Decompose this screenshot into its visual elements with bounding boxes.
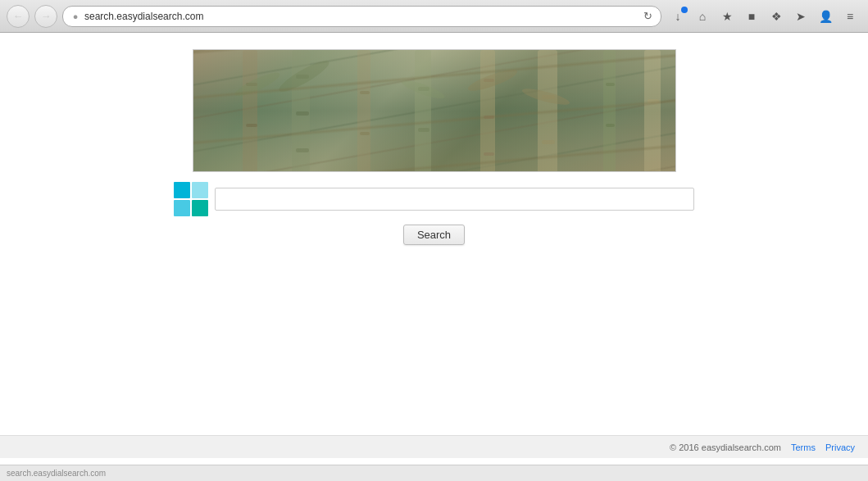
home-button[interactable]: ⌂ bbox=[691, 5, 714, 28]
logo-icon bbox=[174, 182, 208, 216]
browser-chrome: ← → ● ↻ ↓ ⌂ ★ ■ ❖ ➤ 👤 ≡ bbox=[0, 0, 868, 33]
svg-rect-9 bbox=[360, 132, 370, 135]
svg-point-29 bbox=[520, 85, 570, 107]
svg-rect-20 bbox=[603, 50, 616, 172]
status-url: search.easydialsearch.com bbox=[7, 469, 106, 478]
svg-rect-24 bbox=[648, 99, 659, 103]
svg-rect-21 bbox=[606, 83, 615, 86]
search-button[interactable]: Search bbox=[403, 225, 465, 245]
logo-quad-2 bbox=[192, 182, 208, 198]
svg-point-26 bbox=[275, 57, 332, 97]
banner-image bbox=[193, 49, 676, 172]
svg-rect-10 bbox=[415, 50, 431, 172]
pocket-button[interactable]: ❖ bbox=[765, 5, 788, 28]
send-button[interactable]: ➤ bbox=[789, 5, 812, 28]
shield-button[interactable]: ■ bbox=[740, 5, 763, 28]
toolbar-icons: ↓ ⌂ ★ ■ ❖ ➤ 👤 ≡ bbox=[666, 5, 861, 28]
svg-point-27 bbox=[399, 77, 446, 102]
menu-button[interactable]: ≡ bbox=[838, 5, 861, 28]
svg-rect-19 bbox=[542, 140, 555, 144]
svg-rect-16 bbox=[484, 152, 494, 156]
search-button-row: Search bbox=[403, 225, 465, 245]
svg-rect-13 bbox=[480, 50, 495, 172]
svg-rect-4 bbox=[296, 75, 309, 79]
download-badge bbox=[681, 7, 688, 13]
logo-quad-1 bbox=[174, 182, 190, 198]
forward-button[interactable]: → bbox=[34, 5, 57, 28]
svg-rect-6 bbox=[296, 148, 309, 152]
svg-rect-17 bbox=[538, 50, 557, 172]
search-input[interactable] bbox=[215, 188, 694, 211]
address-input[interactable] bbox=[84, 11, 638, 22]
search-row bbox=[174, 182, 694, 216]
svg-rect-3 bbox=[292, 50, 310, 172]
privacy-link[interactable]: Privacy bbox=[825, 442, 855, 452]
status-bar: search.easydialsearch.com bbox=[0, 465, 868, 481]
download-button[interactable]: ↓ bbox=[666, 5, 689, 28]
svg-rect-12 bbox=[418, 128, 429, 132]
bookmark-button[interactable]: ★ bbox=[716, 5, 738, 28]
svg-rect-5 bbox=[296, 111, 309, 116]
logo-quad-4 bbox=[192, 200, 208, 216]
terms-link[interactable]: Terms bbox=[791, 442, 816, 452]
svg-rect-11 bbox=[418, 87, 429, 91]
address-bar[interactable]: ● ↻ bbox=[62, 6, 661, 27]
logo-quad-3 bbox=[174, 200, 190, 216]
svg-point-28 bbox=[466, 66, 519, 94]
svg-rect-14 bbox=[484, 79, 494, 82]
page-content: Search © 2016 easydialsearch.com Terms P… bbox=[0, 33, 868, 458]
svg-rect-8 bbox=[360, 91, 370, 94]
svg-rect-2 bbox=[246, 124, 257, 127]
svg-rect-0 bbox=[243, 50, 257, 172]
footer-copyright: © 2016 easydialsearch.com bbox=[670, 442, 781, 452]
svg-rect-18 bbox=[542, 95, 555, 99]
svg-rect-23 bbox=[644, 50, 661, 172]
back-button[interactable]: ← bbox=[7, 5, 30, 28]
svg-point-25 bbox=[232, 69, 281, 100]
svg-rect-15 bbox=[484, 116, 494, 119]
page-footer: © 2016 easydialsearch.com Terms Privacy bbox=[0, 435, 868, 458]
avatar-button[interactable]: 👤 bbox=[814, 5, 837, 28]
svg-rect-30 bbox=[193, 50, 676, 172]
svg-rect-1 bbox=[246, 83, 257, 86]
reload-button[interactable]: ↻ bbox=[641, 10, 654, 23]
page-icon: ● bbox=[70, 11, 81, 22]
svg-rect-7 bbox=[357, 50, 370, 172]
svg-rect-22 bbox=[606, 124, 615, 127]
